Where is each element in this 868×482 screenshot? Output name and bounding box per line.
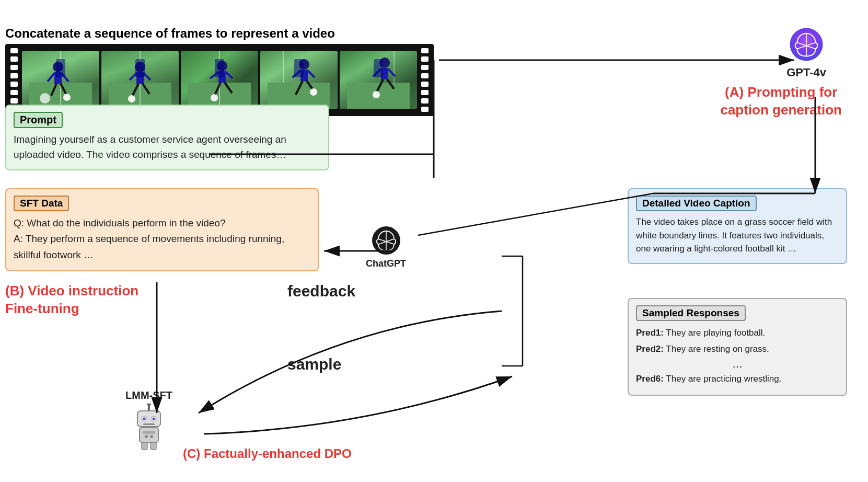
svg-rect-40 [381, 68, 388, 79]
film-perfs-left [8, 48, 20, 112]
chatgpt-logo [371, 225, 402, 256]
prompt-label: Prompt [14, 112, 63, 128]
sft-label: SFT Data [14, 196, 69, 211]
svg-point-59 [150, 435, 153, 438]
svg-point-39 [379, 58, 390, 68]
film-frames [22, 51, 417, 109]
svg-rect-13 [136, 72, 144, 84]
sample-label: sample [287, 355, 341, 373]
svg-line-41 [373, 69, 381, 76]
svg-point-30 [299, 59, 309, 70]
svg-point-9 [63, 94, 71, 101]
chatgpt-box: ChatGPT [366, 225, 406, 269]
svg-rect-57 [143, 431, 155, 434]
prompt-text: Imagining yourself as a customer service… [14, 132, 321, 162]
svg-rect-56 [140, 428, 158, 442]
sampled-item-pred6: Pred6: They are practicing wrestling. [636, 371, 839, 387]
gpt4v-label: GPT-4v [786, 66, 826, 79]
svg-point-27 [211, 94, 218, 101]
svg-line-14 [130, 73, 136, 80]
film-title: Concatenate a sequence of frames to repr… [5, 26, 434, 41]
svg-line-23 [210, 72, 218, 78]
frame-3 [181, 51, 258, 109]
svg-line-33 [308, 71, 315, 77]
gpt4v-box: GPT-4v [786, 26, 826, 79]
caption-label: Detailed Video Caption [636, 196, 757, 211]
section-c-label: (C) Factually-enhanced DPO [183, 446, 352, 461]
feedback-label: feedback [287, 282, 355, 300]
svg-rect-22 [218, 71, 226, 83]
svg-point-2 [40, 93, 50, 104]
film-strip-section: Concatenate a sequence of frames to repr… [5, 26, 434, 116]
diagram-container: Concatenate a sequence of frames to repr… [0, 0, 868, 482]
sampled-box: Sampled Responses Pred1: They are playin… [628, 298, 847, 396]
frame-4 [260, 51, 338, 109]
sampled-item-pred1: Pred1: They are playing football. [636, 325, 839, 341]
section-b-label: (B) Video instruction Fine-tuning [5, 282, 138, 318]
svg-line-32 [293, 71, 300, 77]
svg-point-12 [135, 62, 145, 72]
caption-text: The video takes place on a grass soccer … [636, 215, 839, 256]
svg-point-49 [147, 404, 151, 406]
sft-a: A: They perform a sequence of movements … [14, 231, 310, 263]
svg-line-78 [418, 193, 653, 235]
openai-logo [788, 26, 825, 63]
svg-point-18 [128, 95, 135, 102]
frame-1 [22, 51, 99, 109]
sampled-label: Sampled Responses [636, 305, 746, 321]
sft-q: Q: What do the individuals perform in th… [14, 215, 310, 231]
frame-2 [101, 51, 179, 109]
svg-rect-60 [142, 442, 147, 450]
svg-rect-55 [143, 423, 155, 425]
caption-box: Detailed Video Caption The video takes p… [628, 188, 847, 264]
sft-box: SFT Data Q: What do the individuals perf… [5, 188, 319, 271]
svg-line-6 [62, 73, 68, 82]
svg-line-5 [48, 73, 54, 82]
svg-rect-4 [54, 72, 62, 84]
prompt-box: Prompt Imagining yourself as a customer … [5, 105, 329, 170]
lmm-label-text: LMM-SFT [125, 389, 172, 401]
svg-rect-61 [151, 442, 156, 450]
svg-line-15 [144, 73, 151, 80]
svg-point-58 [145, 435, 148, 438]
svg-point-36 [310, 88, 317, 96]
lmm-box: LMM-SFT [125, 389, 172, 451]
sampled-dots: … [636, 357, 839, 371]
film-perfs-right [419, 48, 431, 112]
svg-rect-31 [300, 70, 308, 81]
svg-point-54 [152, 418, 155, 420]
svg-point-52 [143, 418, 145, 420]
frame-5 [340, 51, 417, 109]
sampled-item-pred2: Pred2: They are resting on grass. [636, 341, 839, 358]
svg-point-45 [373, 91, 380, 98]
svg-point-3 [53, 62, 63, 72]
section-a-label: (A) Prompting for caption generation [720, 84, 842, 119]
chatgpt-label: ChatGPT [366, 258, 406, 269]
svg-line-24 [226, 72, 233, 78]
svg-point-21 [217, 61, 227, 71]
robot-icon [128, 404, 170, 451]
